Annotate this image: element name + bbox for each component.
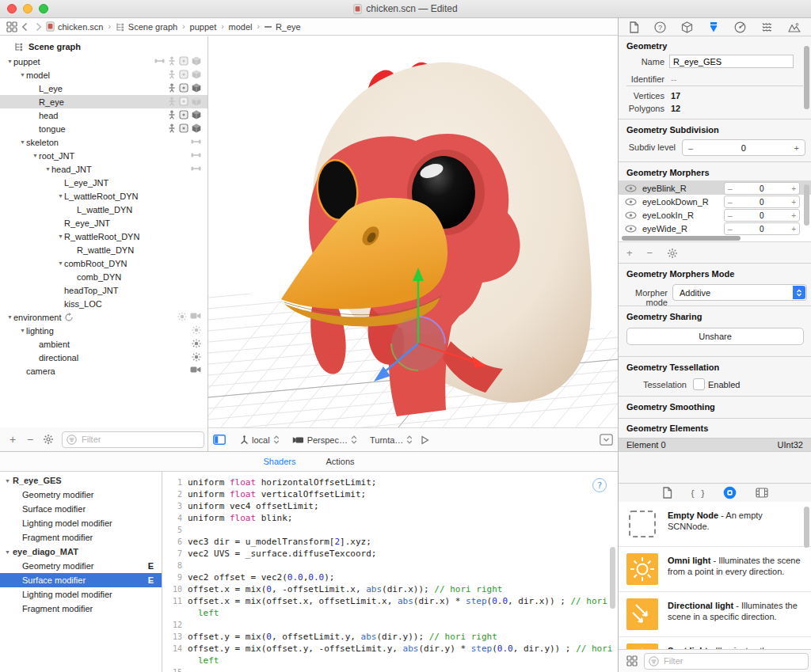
morpher-row-eyeLookIn_R[interactable]: eyeLookIn_R–0+ [619, 208, 811, 222]
tab-actions[interactable]: Actions [326, 457, 354, 466]
shader-group-r_eye_ges[interactable]: ▼R_eye_GES [0, 473, 162, 488]
disclosure-triangle-icon[interactable]: ▼ [32, 153, 39, 158]
media-library-tab[interactable] [756, 488, 768, 498]
tree-row-root_JNT[interactable]: ▼root_JNT [0, 149, 208, 162]
remove-node-button[interactable]: − [25, 433, 35, 446]
tree-row-L_wattleRoot_DYN[interactable]: ▼L_wattleRoot_DYN [0, 189, 208, 203]
related-items-icon[interactable] [6, 21, 17, 32]
tree-filter-field[interactable] [62, 431, 204, 448]
tree-row-skeleton[interactable]: ▼skeleton [0, 135, 208, 149]
morphers-hscrollbar[interactable] [622, 236, 741, 241]
stepper-minus[interactable]: – [728, 225, 733, 233]
tesselation-checkbox[interactable] [693, 378, 705, 390]
add-node-button[interactable]: + [8, 433, 17, 446]
breadcrumb-item[interactable]: R_eye [265, 22, 301, 32]
disclosure-triangle-icon[interactable]: ▼ [5, 478, 10, 484]
tree-row-combRoot_DYN[interactable]: ▼combRoot_DYN [0, 256, 208, 270]
morpher-row-eyeWide_R[interactable]: eyeWide_R–0+ [619, 222, 811, 235]
tree-row-puppet[interactable]: ▼puppet [0, 55, 208, 68]
play-icon[interactable] [421, 435, 429, 445]
morpher-mode-popup[interactable]: Additive [672, 284, 807, 301]
tree-row-R_wattleRoot_DYN[interactable]: ▼R_wattleRoot_DYN [0, 230, 208, 243]
shader-item-geometry-modifier[interactable]: Geometry modifierE [0, 559, 162, 573]
geometry-name-input[interactable] [669, 55, 794, 68]
breadcrumb-item[interactable]: Scene graph [116, 22, 177, 32]
morpher-value-stepper[interactable]: –0+ [724, 222, 800, 235]
code-snippets-tab[interactable]: { } [691, 488, 704, 499]
library-item-directional-light[interactable]: Directional light - Illuminates the scen… [619, 592, 811, 637]
tab-shaders[interactable]: Shaders [263, 457, 295, 466]
shader-group-eye_diago_mat[interactable]: ▼eye_diago_MAT [0, 545, 162, 559]
stepper-plus[interactable]: + [791, 225, 796, 233]
remove-morpher-button[interactable]: − [647, 247, 653, 259]
stepper-minus[interactable]: – [728, 198, 733, 207]
tree-row-ambient[interactable]: ambient [0, 337, 208, 351]
shader-item-fragment-modifier[interactable]: Fragment modifier [0, 530, 162, 545]
shader-item-surface-modifier[interactable]: Surface modifier [0, 502, 162, 516]
morpher-row-eyeLookDown_R[interactable]: eyeLookDown_R–0+ [619, 195, 811, 208]
disclosure-triangle-icon[interactable]: ▼ [57, 260, 64, 266]
help-button[interactable]: ? [592, 478, 607, 492]
disclosure-triangle-icon[interactable]: ▼ [19, 72, 26, 78]
disclosure-triangle-icon[interactable]: ▼ [6, 59, 13, 64]
disclosure-triangle-icon[interactable]: ▼ [5, 549, 10, 555]
tree-filter-input[interactable] [80, 434, 200, 445]
stepper-plus[interactable]: + [794, 143, 799, 153]
library-item-empty-node[interactable]: Empty Node - An empty SCNNode. [619, 502, 811, 547]
tree-row-head[interactable]: head [0, 108, 208, 122]
tree-row-R_wattle_DYN[interactable]: R_wattle_DYN [0, 243, 208, 256]
grid-view-icon[interactable] [626, 655, 638, 666]
camera-dropdown[interactable]: Perspec… [292, 435, 357, 445]
material-inspector-tab[interactable] [734, 21, 746, 33]
tree-row-model[interactable]: ▼model [0, 68, 208, 82]
add-morpher-button[interactable]: + [626, 247, 633, 259]
morpher-options-gear-icon[interactable] [667, 248, 678, 259]
stepper-plus[interactable]: + [791, 211, 796, 220]
shader-item-fragment-modifier[interactable]: Fragment modifier [0, 602, 162, 616]
stepper-minus[interactable]: – [728, 211, 733, 220]
scene-3d-viewport[interactable] [208, 36, 619, 427]
library-item-omni-light[interactable]: Omni light - Illuminates the scene from … [619, 547, 811, 592]
disclosure-triangle-icon[interactable]: ▼ [57, 193, 64, 199]
minimize-window-button[interactable] [23, 4, 32, 13]
tree-row-directional[interactable]: directional [0, 351, 208, 364]
stepper-plus[interactable]: + [791, 198, 796, 207]
eye-icon[interactable] [625, 211, 637, 219]
pane-toggle-button[interactable] [213, 435, 226, 445]
library-filter-field[interactable] [644, 653, 809, 670]
back-button[interactable] [21, 22, 28, 32]
shader-item-geometry-modifier[interactable]: Geometry modifier [0, 488, 162, 502]
quick-help-tab[interactable]: ? [654, 21, 666, 33]
tree-row-tongue[interactable]: tongue [0, 122, 208, 135]
disclosure-triangle-icon[interactable]: ▼ [6, 314, 13, 320]
file-templates-tab[interactable] [662, 487, 672, 499]
disclosure-triangle-icon[interactable]: ▼ [19, 139, 26, 145]
tree-row-L_wattle_DYN[interactable]: L_wattle_DYN [0, 203, 208, 216]
scene-inspector-tab[interactable] [788, 22, 801, 32]
morpher-value-stepper[interactable]: –0+ [724, 209, 800, 222]
breadcrumb-item[interactable]: puppet [190, 22, 217, 32]
tree-row-R_eye[interactable]: R_eye [0, 95, 208, 108]
zoom-window-button[interactable] [39, 4, 48, 13]
tree-row-lighting[interactable]: ▼lighting [0, 324, 208, 337]
object-library-tab[interactable] [723, 486, 737, 499]
tree-options-gear-icon[interactable] [43, 434, 54, 445]
turntable-dropdown[interactable]: Turnta… [370, 435, 429, 445]
forward-button[interactable] [36, 22, 42, 32]
stepper-minus[interactable]: – [728, 184, 733, 193]
inspector-scrollbar[interactable] [804, 46, 809, 109]
node-inspector-tab[interactable] [681, 21, 693, 33]
breadcrumb-item[interactable]: chicken.scn [46, 21, 103, 32]
morpher-value-stepper[interactable]: –0+ [724, 196, 800, 208]
tree-row-R_eye_JNT[interactable]: R_eye_JNT [0, 216, 208, 230]
library-scrollbar[interactable] [804, 507, 809, 548]
disclosure-triangle-icon[interactable]: ▼ [57, 233, 64, 239]
eye-icon[interactable] [625, 198, 637, 206]
shader-item-lighting-model-modifier[interactable]: Lighting model modifier [0, 587, 162, 602]
tree-row-comb_DYN[interactable]: comb_DYN [0, 270, 208, 283]
morpher-row-eyeBlink_R[interactable]: eyeBlink_R–0+ [619, 181, 811, 195]
eye-icon[interactable] [625, 184, 637, 192]
viewport-options-button[interactable] [600, 434, 613, 446]
coordinate-mode-dropdown[interactable]: local [240, 435, 280, 445]
tree-row-kiss_LOC[interactable]: kiss_LOC [0, 297, 208, 310]
